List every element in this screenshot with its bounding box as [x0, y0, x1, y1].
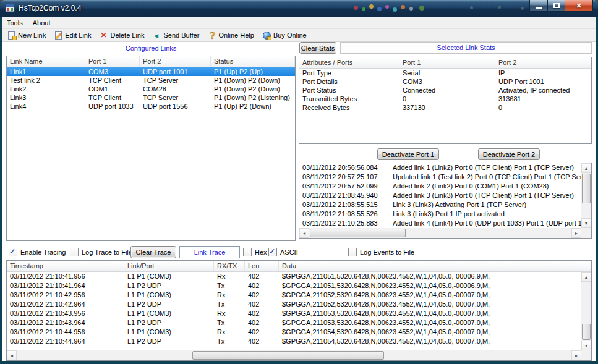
event-log-vscrollbar[interactable]: ▲ ▼	[581, 163, 591, 228]
scroll-left-button[interactable]: ◄	[299, 228, 309, 238]
trace-row[interactable]: 03/11/2012 21:10:44.956 L1 P1 (COM3) Rx …	[7, 328, 581, 337]
link-row[interactable]: Link1 COM3 UDP port 1001 P1 (Up) P2 (Up)	[7, 67, 295, 76]
delete-link-button[interactable]: Delete Link	[96, 30, 147, 41]
glass-dot	[409, 7, 413, 11]
minimize-button[interactable]	[529, 0, 547, 12]
column-header-port1[interactable]: Port 1	[85, 56, 140, 67]
column-header-data[interactable]: Data	[279, 261, 591, 271]
trace-table-body[interactable]: 03/11/2012 21:10:41.956 L1 P1 (COM3) Rx …	[7, 272, 581, 350]
log-events-to-file-checkbox[interactable]: Log Events to File	[348, 247, 414, 257]
trace-row[interactable]: 03/11/2012 21:10:43.964 L1 P2 UDP Tx 402…	[7, 318, 581, 328]
link-status-cell: P1 (Up) P2 (Down)	[211, 102, 295, 111]
link-status-cell: P1 (Down) P2 (Down)	[211, 76, 295, 85]
maximize-button[interactable]	[547, 0, 565, 12]
event-row[interactable]: 03/11/2012 20:56:56.084 Added link 1 (Li…	[299, 163, 581, 172]
close-button[interactable]: ✕	[565, 0, 593, 12]
column-header-stats-port2[interactable]: Port 2	[495, 57, 591, 68]
menu-item-tools[interactable]: Tools	[2, 18, 28, 28]
link-port1-cell: COM3	[85, 67, 140, 76]
trace-vscrollbar[interactable]: ▲ ▼	[581, 272, 591, 350]
link-port2-cell: TCP Server	[140, 93, 211, 102]
scroll-right-button[interactable]: ►	[571, 228, 581, 238]
new-link-button[interactable]: New Link	[4, 30, 49, 41]
deactivate-port1-button[interactable]: Deactivate Port 1	[377, 148, 439, 160]
scroll-thumb[interactable]	[582, 174, 591, 203]
log-trace-to-file-checkbox[interactable]: Log Trace to File	[70, 247, 132, 257]
glass-dot	[385, 5, 389, 9]
column-header-status[interactable]: Status	[211, 56, 295, 67]
event-row[interactable]: 03/11/2012 21:08:55.526 Link 3 (Link3) P…	[299, 210, 581, 219]
scroll-down-button[interactable]: ▼	[581, 341, 591, 350]
column-header-len[interactable]: Len	[245, 261, 279, 271]
enable-tracing-label: Enable Tracing	[20, 248, 66, 256]
link-name-cell: Test link 2	[7, 76, 85, 85]
app-window: HsTcp2Com v2.0.4 ✕ Tools About New Link	[0, 0, 598, 364]
checkbox-box	[243, 248, 252, 256]
configured-links-body: Link1 COM3 UDP port 1001 P1 (Up) P2 (Up)…	[7, 67, 295, 240]
scroll-left-button[interactable]: ◄	[7, 350, 17, 360]
event-row[interactable]: 03/11/2012 20:57:52.099 Added link 2 (Li…	[299, 182, 581, 191]
trace-row[interactable]: 03/11/2012 21:10:42.964 L1 P2 UDP Tx 402…	[7, 300, 581, 309]
stats-row: Transmitted Bytes 0 313681	[299, 95, 591, 103]
column-header-link-name[interactable]: Link Name	[7, 56, 85, 67]
trace-hscrollbar[interactable]: ◄ ►	[7, 350, 581, 360]
edit-link-button[interactable]: Edit Link	[51, 30, 94, 41]
clear-trace-button[interactable]: Clear Trace	[130, 246, 176, 258]
enable-tracing-checkbox[interactable]: Enable Tracing	[9, 247, 66, 257]
trace-row[interactable]: 03/11/2012 21:10:44.964 L1 P2 UDP Tx 402…	[7, 337, 581, 346]
menu-item-about[interactable]: About	[28, 18, 56, 28]
trace-filter-input[interactable]	[179, 246, 240, 258]
app-icon[interactable]	[5, 3, 15, 13]
glass-dot	[354, 6, 358, 10]
link-port2-cell: UDP port 1001	[140, 67, 211, 76]
scroll-down-button[interactable]: ▼	[581, 218, 591, 228]
hex-label: Hex	[255, 248, 267, 256]
deactivate-port2-button[interactable]: Deactivate Port 2	[478, 148, 540, 160]
column-header-rx-tx[interactable]: RX/TX	[214, 261, 245, 271]
ascii-checkbox[interactable]: ASCII	[268, 247, 298, 257]
event-row[interactable]: 03/11/2012 20:57:25.107 Updated link 1 (…	[299, 172, 581, 182]
trace-data-cell: $GPGGA,211054,5320.6428,N,00623.4552,W,1…	[279, 337, 581, 346]
event-log-body[interactable]: 03/11/2012 20:56:56.084 Added link 1 (Li…	[299, 163, 581, 228]
stats-port2-cell: IP	[495, 69, 591, 77]
column-header-link-port[interactable]: Link/Port	[124, 261, 214, 271]
link-row[interactable]: Link2 COM1 COM28 P1 (Down) P2 (Down)	[7, 85, 295, 93]
titlebar[interactable]: HsTcp2Com v2.0.4 ✕	[0, 0, 598, 17]
toolbar-button-label: Edit Link	[65, 32, 91, 39]
stats-port1-cell: Serial	[399, 69, 495, 77]
column-header-timestamp[interactable]: Timestamp	[7, 261, 124, 271]
hex-checkbox[interactable]: Hex	[243, 247, 267, 257]
column-header-stats-port1[interactable]: Port 1	[399, 57, 495, 68]
link-row[interactable]: Link4 UDP port 1033 UDP port 1556 P1 (Up…	[7, 102, 295, 111]
trace-row[interactable]: 03/11/2012 21:10:41.956 L1 P1 (COM3) Rx …	[7, 272, 581, 281]
trace-row[interactable]: 03/11/2012 21:10:43.956 L1 P1 (COM3) Rx …	[7, 309, 581, 318]
link-row[interactable]: Test link 2 TCP Client TCP Server P1 (Do…	[7, 76, 295, 85]
scroll-right-button[interactable]: ►	[571, 350, 581, 360]
clear-stats-button[interactable]: Clear Stats	[299, 42, 336, 54]
toolbar-button-label: Buy Online	[273, 32, 307, 39]
link-name-cell: Link4	[7, 102, 85, 111]
scroll-up-button[interactable]: ▲	[581, 272, 591, 282]
scroll-thumb[interactable]	[310, 229, 406, 237]
trace-row[interactable]: 03/11/2012 21:10:41.964 L1 P2 UDP Tx 402…	[7, 281, 581, 290]
stats-attribute-cell: Port Details	[299, 77, 399, 86]
trace-timestamp-cell: 03/11/2012 21:10:43.956	[7, 309, 124, 318]
stats-port2-cell: UDP Port 1001	[495, 77, 591, 86]
column-header-port2[interactable]: Port 2	[140, 56, 211, 67]
column-header-attributes[interactable]: Attributes / Ports	[299, 57, 399, 68]
scroll-up-button[interactable]: ▲	[581, 163, 591, 173]
buy-online-button[interactable]: Buy Online	[259, 30, 310, 41]
new-link-icon	[7, 31, 16, 40]
scroll-thumb[interactable]	[192, 351, 384, 360]
link-row[interactable]: Link3 TCP Client TCP Server P1 (Down) P2…	[7, 93, 295, 102]
event-row[interactable]: 03/11/2012 21:08:45.940 Added link 3 (Li…	[299, 191, 581, 200]
event-log-hscrollbar[interactable]: ◄ ►	[299, 228, 581, 238]
trace-row[interactable]: 03/11/2012 21:10:42.956 L1 P1 (COM3) Rx …	[7, 290, 581, 300]
event-row[interactable]: 03/11/2012 21:08:55.515 Link 3 (Link3) A…	[299, 200, 581, 210]
event-row[interactable]: 03/11/2012 21:10:25.883 Added link 4 (Li…	[299, 219, 581, 228]
send-buffer-button[interactable]: Send Buffer	[150, 30, 203, 41]
stats-attribute-cell: Port Status	[299, 86, 399, 95]
online-help-button[interactable]: Online Help	[204, 30, 257, 41]
stats-row: Received Bytes 337130 0	[299, 103, 591, 112]
scroll-thumb[interactable]	[582, 324, 591, 340]
